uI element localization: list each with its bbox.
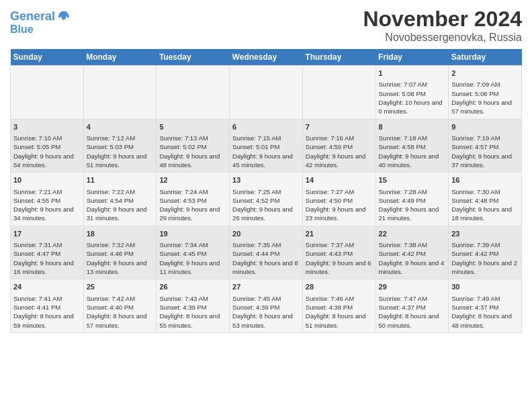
- calendar-cell: 19Sunrise: 7:34 AMSunset: 4:45 PMDayligh…: [157, 226, 230, 279]
- day-number: 22: [379, 229, 446, 239]
- calendar-cell: [157, 66, 230, 120]
- header-saturday: Saturday: [449, 49, 522, 66]
- day-number: 20: [232, 229, 300, 239]
- main-container: General Blue November 2024 Novobessergen…: [0, 0, 532, 340]
- day-number: 6: [232, 122, 300, 132]
- calendar-week-row: 10Sunrise: 7:21 AMSunset: 4:55 PMDayligh…: [11, 173, 522, 226]
- calendar-week-row: 24Sunrise: 7:41 AMSunset: 4:41 PMDayligh…: [11, 279, 522, 333]
- day-number: 13: [232, 175, 300, 185]
- calendar-week-row: 1Sunrise: 7:07 AMSunset: 5:08 PMDaylight…: [11, 66, 522, 120]
- calendar-cell: 7Sunrise: 7:16 AMSunset: 4:59 PMDaylight…: [302, 119, 375, 173]
- calendar-cell: 29Sunrise: 7:47 AMSunset: 4:37 PMDayligh…: [375, 279, 449, 333]
- calendar-cell: 6Sunrise: 7:15 AMSunset: 5:01 PMDaylight…: [230, 119, 303, 173]
- calendar-cell: 10Sunrise: 7:21 AMSunset: 4:55 PMDayligh…: [11, 173, 84, 226]
- day-number: 10: [13, 175, 81, 185]
- calendar-cell: 5Sunrise: 7:13 AMSunset: 5:02 PMDaylight…: [157, 119, 230, 173]
- calendar-cell: [230, 66, 303, 120]
- day-number: 27: [232, 282, 300, 292]
- calendar-cell: 14Sunrise: 7:27 AMSunset: 4:50 PMDayligh…: [302, 173, 375, 226]
- day-number: 28: [306, 282, 373, 292]
- calendar-cell: 18Sunrise: 7:32 AMSunset: 4:46 PMDayligh…: [83, 226, 157, 279]
- calendar-cell: [11, 66, 84, 120]
- calendar-cell: 26Sunrise: 7:43 AMSunset: 4:39 PMDayligh…: [157, 279, 230, 333]
- calendar-cell: 13Sunrise: 7:25 AMSunset: 4:52 PMDayligh…: [230, 173, 303, 226]
- calendar-cell: 27Sunrise: 7:45 AMSunset: 4:39 PMDayligh…: [230, 279, 303, 333]
- calendar-cell: 12Sunrise: 7:24 AMSunset: 4:53 PMDayligh…: [157, 173, 230, 226]
- calendar-cell: 23Sunrise: 7:39 AMSunset: 4:42 PMDayligh…: [449, 226, 522, 279]
- day-number: 1: [379, 68, 446, 79]
- day-number: 19: [159, 229, 226, 239]
- calendar-cell: [83, 66, 157, 120]
- calendar-cell: 22Sunrise: 7:38 AMSunset: 4:42 PMDayligh…: [375, 226, 449, 279]
- day-number: 17: [13, 229, 81, 239]
- day-number: 4: [87, 122, 154, 132]
- calendar-cell: 9Sunrise: 7:19 AMSunset: 4:57 PMDaylight…: [449, 119, 522, 173]
- day-number: 11: [87, 175, 154, 185]
- calendar-cell: 2Sunrise: 7:09 AMSunset: 5:06 PMDaylight…: [449, 66, 522, 120]
- day-number: 9: [451, 122, 519, 132]
- calendar-cell: 24Sunrise: 7:41 AMSunset: 4:41 PMDayligh…: [11, 279, 84, 333]
- calendar-cell: 21Sunrise: 7:37 AMSunset: 4:43 PMDayligh…: [302, 226, 375, 279]
- calendar-week-row: 3Sunrise: 7:10 AMSunset: 5:05 PMDaylight…: [11, 119, 522, 173]
- calendar-cell: 8Sunrise: 7:18 AMSunset: 4:58 PMDaylight…: [375, 119, 449, 173]
- logo-text: General: [10, 10, 55, 24]
- day-number: 15: [379, 175, 446, 185]
- logo-icon: [56, 10, 70, 24]
- calendar-cell: 1Sunrise: 7:07 AMSunset: 5:08 PMDaylight…: [375, 66, 449, 120]
- calendar-cell: 4Sunrise: 7:12 AMSunset: 5:03 PMDaylight…: [83, 119, 157, 173]
- header: General Blue November 2024 Novobessergen…: [10, 7, 522, 44]
- day-number: 18: [87, 229, 154, 239]
- calendar-cell: 30Sunrise: 7:49 AMSunset: 4:37 PMDayligh…: [449, 279, 522, 333]
- calendar-cell: 16Sunrise: 7:30 AMSunset: 4:48 PMDayligh…: [449, 173, 522, 226]
- logo-blue-text: Blue: [10, 24, 70, 36]
- logo: General Blue: [10, 10, 70, 36]
- header-wednesday: Wednesday: [230, 49, 303, 66]
- day-number: 5: [159, 122, 226, 132]
- day-number: 7: [306, 122, 373, 132]
- day-number: 12: [159, 175, 226, 185]
- calendar-cell: 3Sunrise: 7:10 AMSunset: 5:05 PMDaylight…: [11, 119, 84, 173]
- page-subtitle: Novobessergenovka, Russia: [363, 32, 522, 44]
- title-section: November 2024 Novobessergenovka, Russia: [363, 7, 522, 44]
- header-friday: Friday: [375, 49, 449, 66]
- day-number: 8: [379, 122, 446, 132]
- day-number: 2: [451, 68, 519, 79]
- header-monday: Monday: [83, 49, 157, 66]
- calendar-header-row: Sunday Monday Tuesday Wednesday Thursday…: [11, 49, 522, 66]
- day-number: 25: [87, 282, 154, 292]
- day-number: 26: [159, 282, 226, 292]
- header-sunday: Sunday: [11, 49, 84, 66]
- calendar-cell: 15Sunrise: 7:28 AMSunset: 4:49 PMDayligh…: [375, 173, 449, 226]
- day-number: 24: [13, 282, 81, 292]
- day-number: 14: [306, 175, 373, 185]
- calendar-week-row: 17Sunrise: 7:31 AMSunset: 4:47 PMDayligh…: [11, 226, 522, 279]
- day-number: 16: [451, 175, 519, 185]
- calendar-cell: [302, 66, 375, 120]
- calendar-cell: 11Sunrise: 7:22 AMSunset: 4:54 PMDayligh…: [83, 173, 157, 226]
- calendar-cell: 28Sunrise: 7:46 AMSunset: 4:38 PMDayligh…: [302, 279, 375, 333]
- day-number: 29: [379, 282, 446, 292]
- header-thursday: Thursday: [302, 49, 375, 66]
- day-number: 21: [306, 229, 373, 239]
- day-number: 3: [13, 122, 81, 132]
- calendar-cell: 25Sunrise: 7:42 AMSunset: 4:40 PMDayligh…: [83, 279, 157, 333]
- page-title: November 2024: [363, 7, 522, 32]
- calendar-table: Sunday Monday Tuesday Wednesday Thursday…: [10, 49, 522, 333]
- day-number: 30: [451, 282, 519, 292]
- day-number: 23: [451, 229, 519, 239]
- header-tuesday: Tuesday: [157, 49, 230, 66]
- calendar-cell: 20Sunrise: 7:35 AMSunset: 4:44 PMDayligh…: [230, 226, 303, 279]
- calendar-cell: 17Sunrise: 7:31 AMSunset: 4:47 PMDayligh…: [11, 226, 84, 279]
